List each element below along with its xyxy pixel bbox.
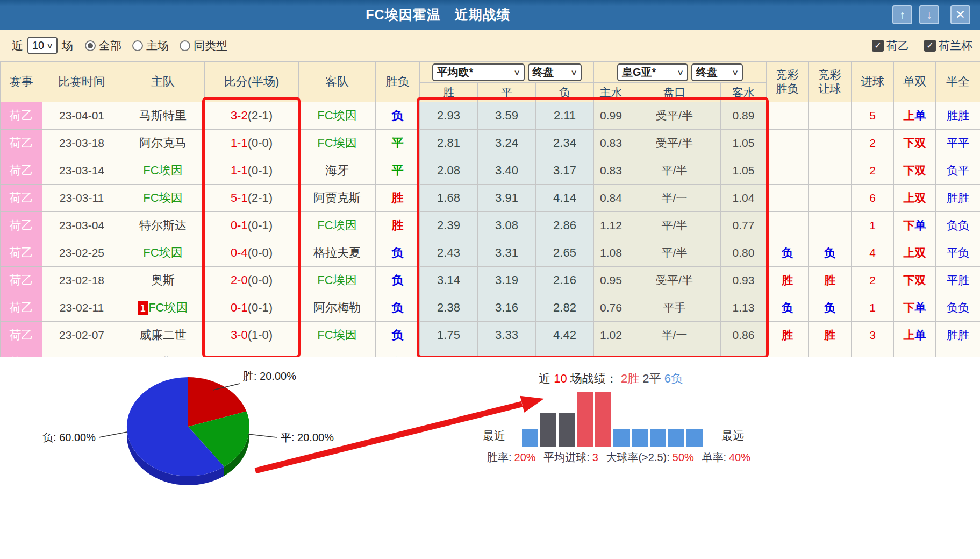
move-down-button[interactable]: ↓ [919,5,939,24]
score-fulltime: 3-2 [231,109,248,122]
cell-result: 负 [376,294,420,322]
cell-league: 荷乙 [1,185,42,212]
score-fulltime: 5-1 [231,191,248,204]
cell-date: 23-02-07 [42,322,121,349]
cell-jc-handicap: 负 [809,239,852,267]
asian-odds-source-select[interactable]: 皇G亚* ∨ [617,63,688,81]
pie-label-lose: 负: 60.00% [42,431,96,443]
header-result: 胜负 [376,62,420,102]
score-fulltime: 3-0 [231,328,248,342]
window-title: FC埃因霍温 近期战绩 [0,0,876,30]
score-halftime: (0-0) [248,136,273,150]
odd-even-value: 单 [915,109,926,122]
radio-主场[interactable]: 主场 [132,38,169,53]
cell-home-water: 0.76 [594,294,628,322]
header-away: 客队 [299,62,376,102]
cell-date: 23-03-04 [42,212,121,239]
radio-全部[interactable]: 全部 [85,38,121,53]
header-goals: 进球 [852,62,894,102]
cell-away-team: 海牙 [299,157,376,185]
cell-date: 23-04-01 [42,102,121,130]
cell-odds-win: 2.81 [420,130,478,157]
match-count-select[interactable]: 10 ∨ [27,37,58,54]
results-tbody: 荷乙23-04-01马斯特里3-2(2-1)FC埃因负2.933.592.110… [1,102,980,377]
score-fulltime: 2-0 [231,273,248,287]
trend-title: 近 10 场战绩： 2胜 2平 6负 [476,371,745,387]
checkmark-icon: ✓ [924,40,936,52]
asian-odds-stage-select[interactable]: 终盘 ∨ [691,63,743,81]
cell-handicap: 平手 [628,294,721,322]
checkbox-荷兰杯[interactable]: ✓荷兰杯 [924,38,972,53]
trend-title-mid: 场战绩： [570,372,618,385]
cell-odds-lose: 2.82 [536,294,594,322]
score-fulltime: 0-4 [231,246,248,259]
cell-odd-even: 上双 [894,185,936,212]
cell-goals: 5 [852,102,894,130]
cell-jc-handicap [809,157,852,185]
cell-home-team: 马斯特里 [121,102,205,130]
cell-home-water: 1.08 [594,239,628,267]
cell-jc-handicap [809,185,852,212]
cell-odds-lose: 2.65 [536,239,594,267]
cell-odds-win: 3.14 [420,267,478,294]
over-under-value: 下 [904,301,915,314]
score-halftime: (0-1) [248,164,273,177]
close-button[interactable]: ✕ [950,5,970,24]
header-home: 主队 [121,62,205,102]
odd-even-value: 单 [915,301,926,314]
cell-odd-even: 下双 [894,157,936,185]
radio-label: 全部 [99,38,121,53]
cell-odds-draw: 3.40 [478,157,536,185]
cell-half-full: 负平 [936,157,980,185]
cell-away-team: FC埃因 [299,322,376,349]
cell-score: 5-1(2-1) [205,185,299,212]
trend-stats: 胜率:20% 平均进球:3 大球率(>2.5):50% 单率:40% [471,450,767,465]
cell-half-full: 胜胜 [936,185,980,212]
cell-away-team: FC埃因 [299,130,376,157]
cell-odds-draw: 3.08 [478,212,536,239]
trend-bar-chart: 最近 最远 [483,391,744,447]
chevron-down-icon: ∨ [732,68,739,76]
cell-odds-draw: 3.24 [478,130,536,157]
cell-away-water: 0.93 [721,267,767,294]
cell-goals: 2 [852,157,894,185]
cell-odds-lose: 2.34 [536,130,594,157]
cell-away-team: 阿尔梅勒 [299,294,376,322]
over-under-value: 上 [904,109,915,122]
table-row: 荷乙23-03-11FC埃因5-1(2-1)阿贾克斯胜1.683.914.140… [1,185,980,212]
chevron-down-icon: ∨ [570,68,577,76]
cell-half-full: 胜胜 [936,102,980,130]
header-jc-result-line2: 胜负 [767,82,807,96]
score-halftime: (2-1) [248,191,273,204]
cell-away-team: FC埃因 [299,267,376,294]
cell-odd-even: 下单 [894,294,936,322]
cell-goals: 2 [852,267,894,294]
score-halftime: (0-0) [248,273,273,287]
cell-home-team: 1FC埃因 [121,294,205,322]
table-row: 荷乙23-02-07威廉二世3-0(1-0)FC埃因负1.753.334.421… [1,322,980,349]
checkbox-荷乙[interactable]: ✓荷乙 [872,38,909,53]
cell-jc-result: 胜 [767,267,809,294]
euro-odds-stage-select[interactable]: 终盘 ∨ [528,63,582,81]
match-history-window: FC埃因霍温 近期战绩 ↑ ↓ ✕ 近 10 ∨ 场 全部主场同类型 ✓荷乙✓荷… [0,0,980,559]
table-row: 荷乙23-02-25FC埃因0-4(0-0)格拉夫夏负2.433.312.651… [1,239,980,267]
table-row: 荷乙23-03-14FC埃因1-1(0-1)海牙平2.083.403.170.8… [1,157,980,185]
farthest-label: 最远 [721,428,744,447]
over-under-value: 上 [904,246,915,259]
score-halftime: (0-1) [248,301,273,314]
trend-bar-负 [668,429,684,447]
cell-league: 荷乙 [1,157,42,185]
cell-home-water: 0.84 [594,185,628,212]
score-fulltime: 1-1 [231,136,248,150]
euro-odds-source-select[interactable]: 平均欧* ∨ [432,63,525,81]
radio-同类型[interactable]: 同类型 [180,38,227,53]
table-row: 荷乙23-02-18奥斯2-0(0-0)FC埃因负3.143.192.160.9… [1,267,980,294]
move-up-button[interactable]: ↑ [892,5,912,24]
trend-bar-胜 [577,392,593,447]
cell-away-water: 1.04 [721,185,767,212]
arrow-down-icon: ↓ [926,9,932,22]
cell-odds-win: 2.39 [420,212,478,239]
cell-odd-even: 上单 [894,322,936,349]
cell-home-water: 0.83 [594,130,628,157]
over-under-value: 上 [904,192,915,204]
